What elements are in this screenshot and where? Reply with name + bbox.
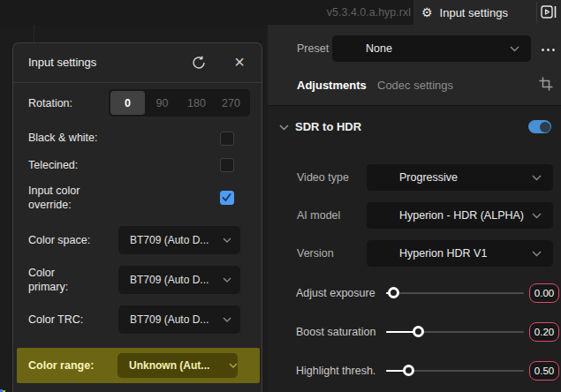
- preset-label: Preset: [297, 42, 329, 55]
- version-select[interactable]: Hyperion HDR V1: [367, 240, 553, 267]
- color-trc-select[interactable]: BT709 (Auto D...: [118, 305, 240, 334]
- boost-saturation-label: Boost saturation: [296, 326, 375, 338]
- chevron-down-icon: [532, 175, 542, 181]
- ai-model-select[interactable]: Hyperion - HDR (ALPHA): [367, 202, 553, 229]
- crop-icon: [538, 76, 554, 92]
- chevron-down-icon: [279, 124, 289, 131]
- rotation-option-180[interactable]: 180: [179, 91, 214, 115]
- chevron-down-icon: [223, 317, 231, 322]
- topbar-divider: [536, 2, 537, 23]
- video-type-label: Video type: [297, 171, 349, 184]
- highlight-threshold-slider[interactable]: [386, 370, 524, 372]
- section-divider: [268, 105, 561, 106]
- rotation-option-90[interactable]: 90: [145, 91, 179, 115]
- black-white-label: Black & white:: [28, 131, 117, 145]
- telecined-label: Telecined:: [28, 158, 117, 172]
- dialog-header: Input settings ×: [13, 43, 262, 82]
- boost-saturation-row: Boost saturation 0.20: [268, 319, 561, 345]
- boost-saturation-slider[interactable]: [386, 331, 524, 333]
- close-icon: ×: [234, 52, 245, 72]
- slider-thumb[interactable]: [403, 365, 414, 376]
- rotation-label: Rotation:: [28, 96, 117, 110]
- chevron-down-icon: [229, 363, 238, 368]
- gear-icon: ⚙: [421, 6, 433, 19]
- adjust-exposure-label: Adjust exposure: [296, 287, 375, 299]
- expand-panel-button[interactable]: [541, 4, 560, 20]
- chevron-down-icon: [532, 213, 542, 219]
- adjust-exposure-value[interactable]: 0.00: [529, 283, 559, 303]
- sdr-to-hdr-title: SDR to HDR: [295, 120, 361, 133]
- expand-panel-icon: [541, 4, 560, 20]
- rotation-segmented-control: 0 90 180 270: [109, 89, 250, 117]
- color-range-highlighted-row: Color range: Unknown (Aut...: [17, 348, 260, 383]
- chevron-down-icon: [532, 251, 542, 257]
- collapse-section-button[interactable]: [279, 124, 289, 131]
- highlight-threshold-label: Highlight thresh.: [296, 365, 375, 377]
- slider-thumb[interactable]: [413, 326, 424, 337]
- version-label: Version: [297, 247, 334, 260]
- adjust-exposure-row: Adjust exposure 0.00: [268, 280, 561, 306]
- rotation-option-270[interactable]: 270: [214, 91, 248, 115]
- dialog-title: Input settings: [28, 56, 96, 69]
- tab-codec-settings[interactable]: Codec settings: [377, 79, 453, 92]
- chevron-down-icon: [510, 46, 519, 52]
- preset-select[interactable]: None: [332, 35, 531, 62]
- color-space-select[interactable]: BT709 (Auto D...: [118, 226, 240, 254]
- dialog-divider: [13, 82, 262, 83]
- color-primary-select[interactable]: BT709 (Auto D...: [118, 266, 240, 294]
- title-bar: v5.3.4.0.a.hyp.rxl ⚙ Input settings: [0, 0, 561, 25]
- boost-saturation-value[interactable]: 0.20: [529, 322, 559, 342]
- chevron-down-icon: [223, 277, 231, 283]
- video-type-select[interactable]: Progressive: [367, 164, 553, 191]
- refresh-button[interactable]: [191, 55, 207, 71]
- color-range-select[interactable]: Unknown (Aut...: [118, 353, 238, 378]
- telecined-checkbox[interactable]: [220, 158, 234, 172]
- slider-thumb[interactable]: [388, 287, 399, 298]
- chevron-down-icon: [223, 237, 231, 243]
- tab-adjustments[interactable]: Adjustments: [297, 79, 367, 92]
- sdr-to-hdr-toggle[interactable]: [528, 120, 551, 133]
- input-settings-tab[interactable]: ⚙ Input settings: [413, 0, 561, 25]
- ai-model-label: AI model: [297, 209, 340, 222]
- color-space-label: Color space:: [28, 233, 117, 247]
- settings-panel: Preset None Adjustments Codec settings S…: [268, 25, 561, 392]
- highlight-threshold-row: Highlight thresh. 0.50: [268, 358, 561, 384]
- input-color-override-label: Input color override:: [28, 184, 99, 212]
- black-white-checkbox[interactable]: [220, 132, 234, 146]
- toggle-knob: [540, 122, 550, 132]
- refresh-icon: [191, 55, 207, 71]
- app-version-label: v5.3.4.0.a.hyp.rxl: [327, 0, 411, 25]
- crop-button[interactable]: [538, 76, 554, 92]
- input-settings-dialog: Input settings × Rotation: 0 90 180 270 …: [12, 42, 262, 392]
- color-trc-label: Color TRC:: [28, 313, 117, 327]
- more-options-button[interactable]: [538, 44, 557, 55]
- input-settings-tab-label: Input settings: [440, 6, 508, 19]
- color-range-label: Color range:: [28, 359, 94, 372]
- input-color-override-checkbox[interactable]: [220, 191, 234, 205]
- checkmark-icon: [221, 192, 232, 203]
- highlight-threshold-value[interactable]: 0.50: [529, 361, 559, 381]
- color-primary-label: Color primary:: [28, 266, 90, 294]
- adjust-exposure-slider[interactable]: [386, 292, 524, 294]
- close-button[interactable]: ×: [231, 50, 247, 73]
- rotation-option-0[interactable]: 0: [110, 91, 145, 115]
- more-icon: [542, 49, 544, 51]
